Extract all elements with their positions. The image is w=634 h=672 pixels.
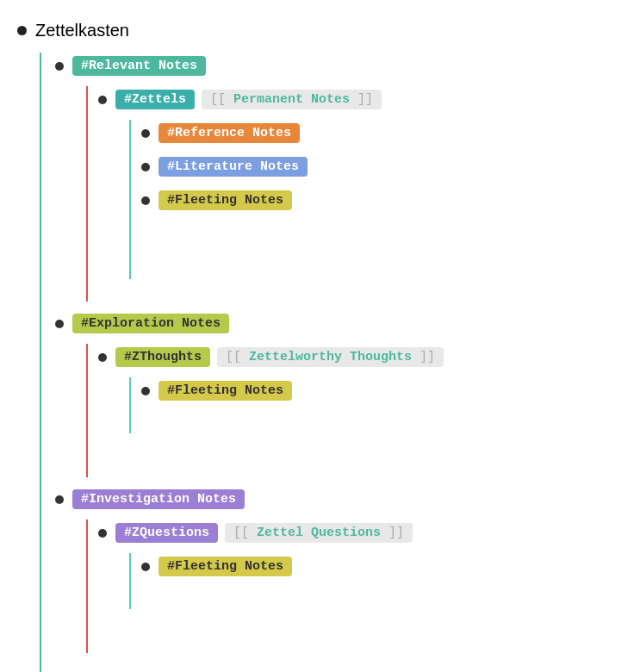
- zquestions-wikilink-text: Zettel Questions: [257, 526, 381, 540]
- main-green-vline: [40, 53, 41, 672]
- reference-notes-row: #Reference Notes: [141, 118, 625, 148]
- zthoughts-wikilink-text: Zettelworthy Thoughts: [249, 350, 412, 364]
- relevant-notes-row: #Relevant Notes: [55, 51, 625, 81]
- bracket-close-2: ]]: [420, 350, 435, 364]
- zquestions-row: #ZQuestions [[ Zettel Questions ]]: [98, 518, 625, 548]
- zquestions-wikilink[interactable]: [[ Zettel Questions ]]: [225, 523, 413, 543]
- teal-vline-3: [129, 553, 131, 609]
- investigation-notes-bullet: [55, 495, 64, 504]
- fleeting-notes-1-tag[interactable]: #Fleeting Notes: [158, 190, 292, 210]
- zettels-row: #Zettels [[ Permanent Notes ]]: [98, 84, 625, 115]
- root-item: Zettelkasten: [17, 17, 625, 44]
- zquestions-bullet: [98, 529, 107, 538]
- fleeting-notes-2-bullet: [141, 387, 150, 395]
- bracket-close: ]]: [357, 92, 373, 107]
- literature-notes-row: #Literature Notes: [141, 152, 625, 182]
- zthoughts-bullet: [98, 353, 107, 362]
- fleeting-notes-3-tag[interactable]: #Fleeting Notes: [158, 557, 292, 576]
- fleeting-notes-1-bullet: [141, 196, 150, 205]
- exploration-notes-row: #Exploration Notes: [55, 308, 625, 339]
- fleeting-notes-2-tag[interactable]: #Fleeting Notes: [158, 381, 292, 401]
- zthoughts-wikilink[interactable]: [[ Zettelworthy Thoughts ]]: [217, 347, 444, 367]
- fleeting-notes-3-bullet: [141, 563, 150, 571]
- zquestions-tag[interactable]: #ZQuestions: [115, 523, 218, 543]
- bracket-close-3: ]]: [388, 526, 404, 540]
- section-relevant-notes: #Relevant Notes #Zettels [[: [55, 51, 625, 302]
- teal-vline-1: [129, 120, 131, 279]
- fleeting-notes-2-row: #Fleeting Notes: [141, 376, 625, 406]
- relevant-notes-tag[interactable]: #Relevant Notes: [72, 56, 206, 76]
- teal-vline-2: [129, 377, 131, 433]
- zettels-wikilink-text: Permanent Notes: [233, 92, 350, 107]
- zettels-tag[interactable]: #Zettels: [115, 90, 195, 109]
- relevant-notes-bullet: [55, 62, 64, 71]
- red-vline-2: [86, 344, 88, 477]
- bracket-open-3: [[: [233, 526, 249, 540]
- section-exploration-notes: #Exploration Notes #ZThoughts: [55, 308, 625, 477]
- red-vline-1: [86, 86, 88, 302]
- literature-notes-tag[interactable]: #Literature Notes: [158, 157, 308, 177]
- investigation-notes-tag[interactable]: #Investigation Notes: [72, 489, 245, 509]
- reference-notes-tag[interactable]: #Reference Notes: [158, 123, 300, 143]
- literature-notes-bullet: [141, 163, 150, 171]
- exploration-notes-bullet: [55, 320, 64, 328]
- zthoughts-tag[interactable]: #ZThoughts: [115, 347, 210, 367]
- red-vline-3: [86, 520, 88, 653]
- zthoughts-row: #ZThoughts [[ Zettelworthy Thoughts ]]: [98, 342, 625, 372]
- bracket-open: [[: [210, 92, 226, 107]
- exploration-notes-tag[interactable]: #Exploration Notes: [72, 314, 229, 333]
- investigation-notes-row: #Investigation Notes: [55, 484, 625, 514]
- fleeting-notes-3-row: #Fleeting Notes: [141, 551, 625, 582]
- zettels-bullet: [98, 96, 107, 104]
- root-label: Zettelkasten: [35, 21, 129, 40]
- section-investigation-notes: #Investigation Notes #ZQuestions: [55, 484, 625, 653]
- reference-notes-bullet: [141, 129, 150, 138]
- bracket-open-2: [[: [226, 350, 241, 364]
- zettels-wikilink[interactable]: [[ Permanent Notes ]]: [202, 90, 382, 109]
- root-bullet: [17, 26, 27, 35]
- fleeting-notes-1-row: #Fleeting Notes: [141, 185, 625, 215]
